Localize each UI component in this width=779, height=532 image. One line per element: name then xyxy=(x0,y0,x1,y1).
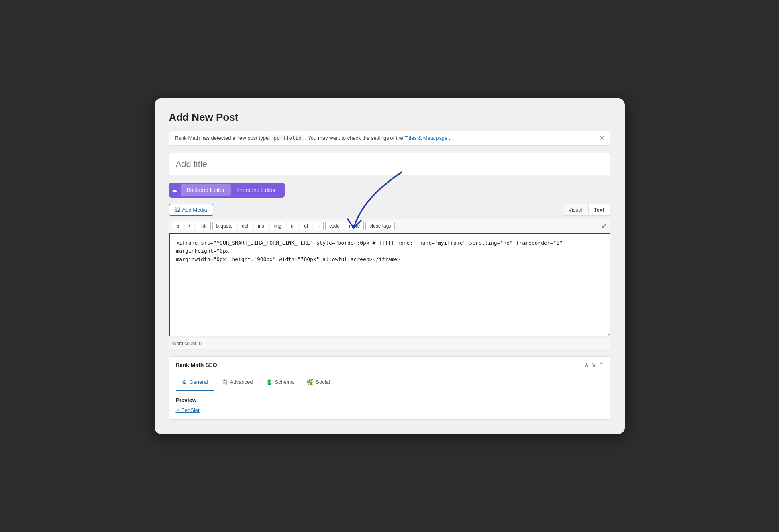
code-editor[interactable]: <iframe src="YOUR_SMART_JIRA_FORM_LINK_H… xyxy=(169,233,610,336)
bold-button[interactable]: b xyxy=(173,222,183,230)
del-button[interactable]: del xyxy=(238,222,252,230)
li-button[interactable]: li xyxy=(314,222,324,230)
text-tab[interactable]: Text xyxy=(589,204,610,216)
ol-button[interactable]: ol xyxy=(300,222,312,230)
collapse-up-icon[interactable]: ∧ xyxy=(584,361,589,369)
frontend-editor-tab[interactable]: Frontend Editor xyxy=(231,184,282,196)
expand-icon[interactable]: ⤢ xyxy=(602,222,607,230)
schema-icon: 💲 xyxy=(266,379,273,385)
seo-tab-schema[interactable]: 💲 Schema xyxy=(259,374,300,391)
backend-editor-tab[interactable]: Backend Editor xyxy=(181,184,231,196)
seo-tab-social[interactable]: 🌿 Social xyxy=(300,374,336,391)
main-window: Add New Post Rank Math has detected a ne… xyxy=(155,98,625,434)
add-media-button[interactable]: 🖼 Add Media xyxy=(169,204,213,216)
rank-math-controls: ∧ ∨ ⌃ xyxy=(584,361,604,369)
visual-tab[interactable]: Visual xyxy=(563,204,589,216)
editor-mode-tabs: ☁ Backend Editor Frontend Editor xyxy=(169,183,285,198)
rank-math-header: Rank Math SEO ∧ ∨ ⌃ xyxy=(169,357,610,374)
preview-label: Preview xyxy=(176,397,604,403)
notice-bar: Rank Math has detected a new post type: … xyxy=(169,131,610,146)
ul-button[interactable]: ul xyxy=(287,222,298,230)
ins-button[interactable]: ins xyxy=(254,222,268,230)
close-panel-icon[interactable]: ⌃ xyxy=(598,361,604,369)
social-icon: 🌿 xyxy=(306,379,313,385)
toolbar-row: 🖼 Add Media Visual Text xyxy=(169,204,610,216)
rank-math-title: Rank Math SEO xyxy=(176,362,217,368)
general-icon: ⚙ xyxy=(182,379,187,385)
italic-button[interactable]: i xyxy=(185,222,194,230)
rank-math-seo-box: Rank Math SEO ∧ ∨ ⌃ ⚙ General 📋 Advanced… xyxy=(169,356,610,420)
seo-tab-advanced[interactable]: 📋 Advanced xyxy=(214,374,259,391)
seo-tabs: ⚙ General 📋 Advanced 💲 Schema 🌿 Social xyxy=(169,374,610,391)
visual-text-tabs: Visual Text xyxy=(563,204,610,216)
bquote-button[interactable]: b-quote xyxy=(212,222,237,230)
titles-meta-link[interactable]: Titles & Meta page xyxy=(404,135,447,141)
advanced-icon: 📋 xyxy=(221,379,228,385)
notice-close-button[interactable]: ✕ xyxy=(599,135,604,141)
preview-link[interactable]: ↗ SeoSlet xyxy=(176,407,200,413)
more-button[interactable]: more xyxy=(345,222,364,230)
page-title: Add New Post xyxy=(169,111,610,124)
code-button[interactable]: code xyxy=(325,222,343,230)
media-icon: 🖼 xyxy=(175,207,180,213)
seo-tab-general[interactable]: ⚙ General xyxy=(176,374,214,391)
link-button[interactable]: link xyxy=(196,222,211,230)
post-title-input[interactable] xyxy=(169,153,610,175)
notice-text: Rank Math has detected a new post type: … xyxy=(175,135,451,141)
word-count: Word count: 0 xyxy=(169,338,610,349)
img-button[interactable]: img xyxy=(270,222,285,230)
format-bar: b i link b-quote del ins img ul ol li co… xyxy=(169,219,610,233)
close-tags-button[interactable]: close tags xyxy=(365,222,395,230)
collapse-down-icon[interactable]: ∨ xyxy=(591,361,596,369)
cloud-icon: ☁ xyxy=(171,186,177,194)
preview-section: Preview ↗ SeoSlet xyxy=(169,391,610,419)
